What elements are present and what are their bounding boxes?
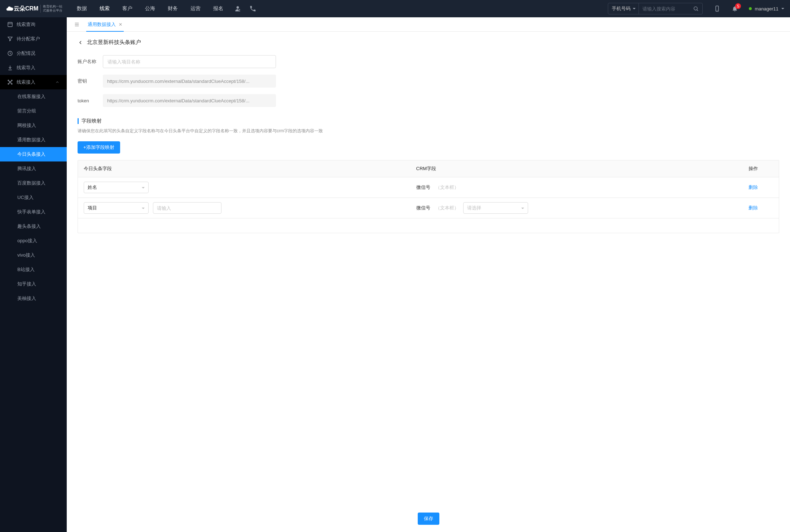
cloud-icon xyxy=(6,5,14,13)
sidebar-item[interactable]: 线索导入 xyxy=(0,61,67,75)
sidebar-icon xyxy=(7,79,13,85)
page-content: 北京昱新科技头条账户 账户名称 密钥 https://crm.yunduocrm… xyxy=(67,32,790,532)
sidebar-sub-item[interactable]: 百度数据接入 xyxy=(0,176,67,190)
table-row-empty xyxy=(78,218,779,233)
value-token: https://crm.yunduocrm.com/externalData/s… xyxy=(103,94,276,107)
mobile-icon[interactable] xyxy=(714,5,721,12)
back-icon[interactable] xyxy=(78,40,83,45)
page-title: 北京昱新科技头条账户 xyxy=(87,39,141,46)
svg-point-2 xyxy=(694,7,697,10)
sidebar: 线索查询待分配客户分配情况线索导入线索接入在线客服接入留言分组网校接入通用数据接… xyxy=(0,17,67,532)
row-secret: 密钥 https://crm.yunduocrm.com/externalDat… xyxy=(78,75,779,88)
logo: 云朵CRM 教育机构一站式服务云平台 xyxy=(6,5,62,13)
sidebar-sub-item[interactable]: 快手表单接入 xyxy=(0,205,67,219)
label-secret: 密钥 xyxy=(78,78,103,84)
crm-field-label: 微信号 xyxy=(416,184,430,191)
tab-general-data[interactable]: 通用数据接入 ✕ xyxy=(83,17,127,32)
sidebar-sub-item[interactable]: 知乎接入 xyxy=(0,277,67,291)
svg-point-10 xyxy=(11,83,12,84)
user-add-icon[interactable] xyxy=(234,5,241,12)
nav-item[interactable]: 报名 xyxy=(213,0,223,17)
section-title: 字段映射 xyxy=(78,118,779,124)
search-type-select[interactable]: 手机号码 xyxy=(608,3,639,14)
sidebar-sub-item[interactable]: B站接入 xyxy=(0,262,67,277)
row-account-name: 账户名称 xyxy=(78,55,779,68)
table-header: 今日头条字段 CRM字段 操作 xyxy=(78,160,779,177)
footer-bar: 保存 xyxy=(67,505,790,532)
sidebar-sub-item[interactable]: 今日头条接入 xyxy=(0,147,67,161)
sidebar-sub-item[interactable]: 腾讯接入 xyxy=(0,161,67,176)
sidebar-item[interactable]: 分配情况 xyxy=(0,46,67,61)
field-select[interactable]: 姓名 xyxy=(84,182,149,193)
sidebar-item[interactable]: 待分配客户 xyxy=(0,32,67,46)
svg-point-9 xyxy=(8,83,9,84)
nav-item[interactable]: 公海 xyxy=(145,0,155,17)
search-icon xyxy=(693,6,699,12)
search-box: 手机号码 xyxy=(608,3,703,14)
sidebar-item[interactable]: 线索查询 xyxy=(0,17,67,32)
search-input[interactable] xyxy=(639,6,689,12)
field-text-input[interactable] xyxy=(153,202,221,214)
sidebar-icon xyxy=(7,36,13,42)
username: manager11 xyxy=(755,6,778,12)
chevron-up-icon xyxy=(55,80,60,84)
mapping-table: 今日头条字段 CRM字段 操作 姓名 微信号 （文本框） 删除 xyxy=(78,160,779,233)
th-crm-field: CRM字段 xyxy=(411,160,743,177)
sidebar-sub-item[interactable]: oppo接入 xyxy=(0,234,67,248)
tabs-bar: 通用数据接入 ✕ xyxy=(67,17,790,32)
svg-point-0 xyxy=(237,6,239,9)
sidebar-sub-item[interactable]: 留言分组 xyxy=(0,104,67,118)
phone-icon[interactable] xyxy=(249,5,256,12)
svg-point-7 xyxy=(8,80,9,81)
section-description: 请确保您在此填写的头条自定义字段名称与在今日头条平台中自定义的字段名称一致，并且… xyxy=(78,128,779,134)
user-menu[interactable]: manager11 xyxy=(749,6,784,12)
add-mapping-button[interactable]: +添加字段映射 xyxy=(78,141,120,154)
sidebar-item[interactable]: 线索接入 xyxy=(0,75,67,89)
sidebar-sub-item[interactable]: 网校接入 xyxy=(0,118,67,133)
header-icons xyxy=(234,5,256,12)
sidebar-sub-item[interactable]: 通用数据接入 xyxy=(0,133,67,147)
crm-field-label: 微信号 xyxy=(416,205,430,211)
delete-link[interactable]: 删除 xyxy=(749,205,758,211)
tab-label: 通用数据接入 xyxy=(88,21,116,28)
sidebar-icon xyxy=(7,22,13,27)
save-button[interactable]: 保存 xyxy=(418,513,439,525)
notification-badge: 5 xyxy=(735,3,741,9)
sidebar-toggle-icon[interactable] xyxy=(71,22,83,27)
search-button[interactable] xyxy=(689,6,702,12)
sidebar-sub-item[interactable]: 在线客服接入 xyxy=(0,89,67,104)
nav-item[interactable]: 财务 xyxy=(168,0,178,17)
logo-subtitle: 教育机构一站式服务云平台 xyxy=(40,5,62,13)
value-secret: https://crm.yunduocrm.com/externalData/s… xyxy=(103,75,276,88)
delete-link[interactable]: 删除 xyxy=(749,184,758,191)
sidebar-sub-item[interactable]: 美柚接入 xyxy=(0,291,67,306)
sidebar-sub-item[interactable]: vivo接入 xyxy=(0,248,67,262)
notification-bell[interactable]: 5 xyxy=(732,5,738,12)
nav-item[interactable]: 客户 xyxy=(122,0,132,17)
th-operation: 操作 xyxy=(743,160,779,177)
field-select[interactable]: 项目 xyxy=(84,202,149,214)
status-dot-icon xyxy=(749,7,752,10)
sidebar-sub-item[interactable]: UC接入 xyxy=(0,190,67,205)
sidebar-icon xyxy=(7,50,13,56)
crm-select[interactable]: 请选择 xyxy=(463,202,528,214)
svg-rect-4 xyxy=(8,22,12,27)
logo-text: 云朵CRM xyxy=(6,5,38,13)
chevron-down-icon xyxy=(781,8,784,11)
section-bar-icon xyxy=(78,118,79,124)
input-account-name[interactable] xyxy=(103,55,276,68)
header-right: 5 manager11 xyxy=(714,5,784,12)
nav-item[interactable]: 运营 xyxy=(190,0,201,17)
label-token: token xyxy=(78,98,103,103)
nav-item[interactable]: 数据 xyxy=(77,0,87,17)
svg-point-8 xyxy=(11,80,12,81)
tab-close-icon[interactable]: ✕ xyxy=(119,22,122,27)
main-area: 通用数据接入 ✕ 北京昱新科技头条账户 账户名称 密钥 https: xyxy=(67,17,790,532)
nav-item[interactable]: 线索 xyxy=(100,0,110,17)
label-account-name: 账户名称 xyxy=(78,58,103,65)
sidebar-icon xyxy=(7,65,13,71)
th-toutiao-field: 今日头条字段 xyxy=(78,160,411,177)
sidebar-sub-item[interactable]: 趣头条接入 xyxy=(0,219,67,234)
crm-field-hint: （文本框） xyxy=(435,205,459,211)
table-row: 项目 微信号 （文本框） 请选择 删除 xyxy=(78,198,779,218)
